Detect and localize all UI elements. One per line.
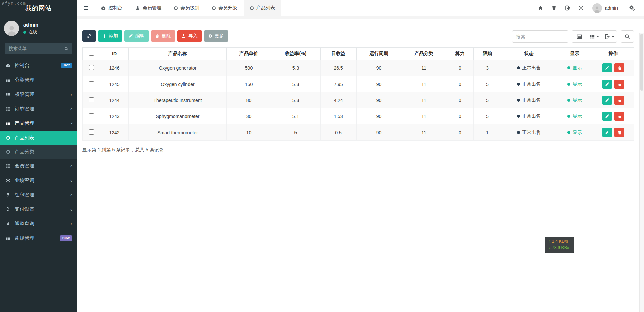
export-button[interactable] — [602, 30, 617, 43]
refresh-button[interactable] — [82, 30, 96, 42]
sidebar-item-dashboard[interactable]: 控制台 hot — [0, 58, 77, 73]
add-button[interactable]: 添加 — [98, 30, 122, 42]
sidebar-item-product-list[interactable]: 产品列表 — [0, 131, 77, 145]
row-delete-button[interactable] — [614, 128, 624, 137]
delete-button[interactable]: 删除 — [151, 30, 175, 42]
row-checkbox[interactable] — [89, 129, 94, 135]
home-button[interactable] — [534, 0, 547, 16]
pencil-icon — [605, 66, 609, 70]
row-delete-button[interactable] — [614, 96, 624, 105]
search-icon[interactable] — [64, 47, 68, 51]
row-checkbox[interactable] — [89, 81, 94, 86]
tab-dashboard[interactable]: 控制台 — [95, 0, 129, 16]
sidebar-item-member-mgmt[interactable]: 会员管理 ‹ — [0, 159, 77, 173]
row-edit-button[interactable] — [602, 80, 612, 89]
detail-view-button[interactable] — [572, 30, 587, 43]
scrollbar[interactable] — [639, 33, 644, 312]
tab-label: 会员升级 — [218, 5, 237, 11]
row-edit-button[interactable] — [602, 96, 612, 105]
row-edit-button[interactable] — [602, 128, 612, 137]
display-badge[interactable]: 显示 — [567, 97, 582, 103]
sidebar-item-redpacket-mgmt[interactable]: 红包管理 ‹ — [0, 188, 77, 202]
clear-cache-button[interactable] — [547, 0, 561, 16]
column-header[interactable]: 限购 — [474, 48, 501, 60]
column-header[interactable]: 操作 — [593, 48, 634, 60]
cell-id: 1246 — [100, 60, 129, 76]
column-header[interactable]: 收益率(%) — [271, 48, 321, 60]
tab-product-list[interactable]: 产品列表 — [244, 0, 281, 16]
column-header[interactable]: ID — [100, 48, 129, 60]
cell-price: 30 — [227, 108, 271, 124]
column-header[interactable]: 产品名称 — [129, 48, 227, 60]
sidebar-item-product-mgmt[interactable]: 产品管理 ‹ — [0, 116, 77, 131]
settings-button[interactable] — [625, 0, 639, 16]
row-delete-button[interactable] — [614, 112, 624, 121]
sidebar-item-payment-settings[interactable]: 支付设置 ‹ — [0, 202, 77, 216]
fullscreen-button[interactable] — [574, 0, 588, 16]
column-header[interactable]: 显示 — [556, 48, 593, 60]
pencil-icon — [129, 34, 133, 38]
navbar-username[interactable]: admin — [605, 5, 618, 11]
tab-member-mgmt[interactable]: 会员管理 — [129, 0, 168, 16]
display-badge[interactable]: 显示 — [567, 129, 582, 136]
export-icon — [605, 34, 610, 39]
search-submit-button[interactable] — [621, 30, 634, 43]
scrollbar-thumb[interactable] — [640, 34, 643, 91]
sidebar-item-order-mgmt[interactable]: 订单管理 ‹ — [0, 102, 77, 116]
tab-member-upgrade[interactable]: 会员升级 — [206, 0, 244, 16]
cell-id: 1243 — [100, 108, 129, 124]
select-all-checkbox[interactable] — [89, 51, 94, 56]
row-checkbox[interactable] — [89, 97, 94, 102]
row-checkbox[interactable] — [89, 65, 94, 70]
cell-cycle: 90 — [357, 92, 401, 108]
display-badge[interactable]: 显示 — [567, 113, 582, 119]
row-checkbox[interactable] — [89, 113, 94, 118]
tab-label: 控制台 — [108, 5, 122, 11]
tab-label: 会员管理 — [143, 5, 161, 11]
column-header[interactable]: 运行周期 — [357, 48, 401, 60]
import-button[interactable]: 导入 — [177, 30, 202, 42]
column-header[interactable]: 状态 — [501, 48, 556, 60]
sidebar-item-performance-query[interactable]: 业绩查询 ‹ — [0, 173, 77, 188]
hot-badge: hot — [61, 63, 72, 68]
view-toggle-group — [572, 30, 617, 43]
columns-button[interactable] — [587, 30, 602, 43]
navbar-avatar[interactable] — [592, 3, 602, 13]
sidebar-menu: 控制台 hot 分类管理 权限管理 ‹ 订单管理 ‹ 产品管理 ‹ 产品列表 — [0, 58, 77, 245]
sidebar-item-category-mgmt[interactable]: 分类管理 — [0, 73, 77, 87]
row-delete-button[interactable] — [614, 80, 624, 89]
menu-search-input[interactable] — [9, 46, 62, 51]
gear-icon — [208, 34, 212, 38]
column-header[interactable]: 产品单价 — [227, 48, 271, 60]
row-delete-button[interactable] — [614, 63, 624, 72]
table-search-input[interactable] — [512, 30, 568, 43]
content-area: 添加 编辑 删除 导入 — [77, 16, 644, 312]
row-edit-button[interactable] — [602, 112, 612, 121]
user-name: admin — [23, 22, 38, 28]
more-button[interactable]: 更多 — [204, 30, 228, 42]
tachometer-icon — [101, 6, 106, 10]
sidebar-item-permission-mgmt[interactable]: 权限管理 ‹ — [0, 87, 77, 102]
column-header[interactable]: 产品分类 — [401, 48, 446, 60]
display-badge[interactable]: 显示 — [567, 81, 582, 87]
column-header[interactable]: 算力 — [446, 48, 474, 60]
row-edit-button[interactable] — [602, 63, 612, 72]
sidebar-item-label: 权限管理 — [15, 91, 34, 98]
tab-member-level[interactable]: 会员级别 — [168, 0, 206, 16]
plus-icon — [102, 34, 106, 38]
add-button-label: 添加 — [109, 33, 118, 39]
sidebar-item-product-category[interactable]: 产品分类 — [0, 145, 77, 159]
status-dot-icon — [517, 66, 520, 69]
sidebar-toggle-button[interactable] — [77, 0, 95, 16]
display-badge[interactable]: 显示 — [567, 65, 582, 71]
status-badge: 正常出售 — [517, 113, 541, 119]
refresh-page-button[interactable] — [561, 0, 574, 16]
edit-button[interactable]: 编辑 — [124, 30, 149, 42]
sidebar-item-general-mgmt[interactable]: 常规管理 new — [0, 231, 77, 245]
sidebar-item-channel-query[interactable]: 通道查询 ‹ — [0, 216, 77, 231]
person-icon — [6, 24, 17, 36]
column-header[interactable]: 日收益 — [321, 48, 357, 60]
chevron-left-icon: ‹ — [70, 221, 72, 226]
user-status: 在线 — [23, 29, 38, 35]
upload-icon — [182, 34, 186, 38]
